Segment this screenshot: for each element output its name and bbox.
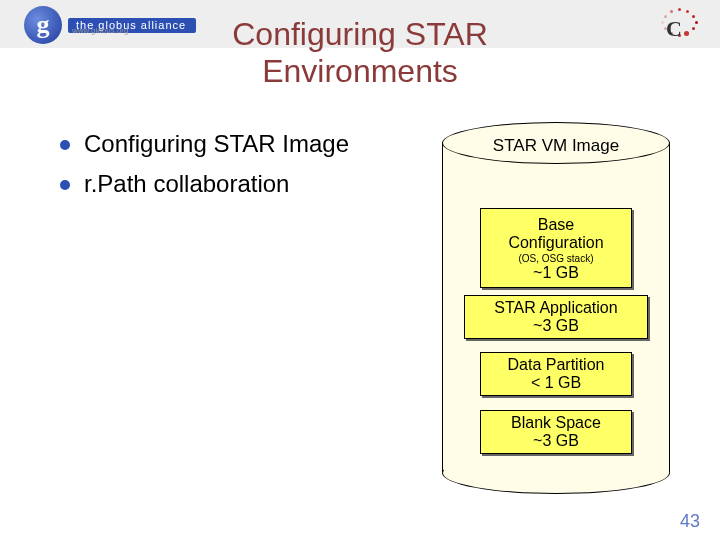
box-base-line1: Base <box>538 216 574 233</box>
box-datapart-line1: Data Partition <box>508 356 605 373</box>
slide-title: Configuring STAR Environments <box>0 16 720 90</box>
box-datapart-size: < 1 GB <box>531 374 581 391</box>
bullet-dot-icon <box>60 180 70 190</box>
box-blank-size: ~3 GB <box>533 432 579 449</box>
bullet-list: Configuring STAR Image r.Path collaborat… <box>60 130 430 210</box>
box-base-subnote: (OS, OSG stack) <box>481 253 631 264</box>
box-base-config: Base Configuration (OS, OSG stack) ~1 GB <box>480 208 632 288</box>
bullet-text: Configuring STAR Image <box>84 130 349 158</box>
box-data-partition: Data Partition < 1 GB <box>480 352 632 396</box>
slide: g the globus alliance www.globus.org C C… <box>0 0 720 540</box>
slide-number: 43 <box>680 511 700 532</box>
bullet-item: Configuring STAR Image <box>60 130 430 158</box>
bullet-dot-icon <box>60 140 70 150</box>
box-app-size: ~3 GB <box>533 317 579 334</box>
box-blank-space: Blank Space ~3 GB <box>480 410 632 454</box>
bullet-item: r.Path collaboration <box>60 170 430 198</box>
cylinder-label: STAR VM Image <box>442 136 670 156</box>
bullet-text: r.Path collaboration <box>84 170 289 198</box>
box-base-size: ~1 GB <box>481 264 631 282</box>
box-app-line1: STAR Application <box>494 299 617 316</box>
vm-image-cylinder: STAR VM Image Base Configuration (OS, OS… <box>442 122 670 490</box>
title-line-2: Environments <box>262 53 458 89</box>
title-line-1: Configuring STAR <box>232 16 488 52</box>
box-star-app: STAR Application ~3 GB <box>464 295 648 339</box>
box-base-line2: Configuration <box>508 234 603 251</box>
box-blank-line1: Blank Space <box>511 414 601 431</box>
